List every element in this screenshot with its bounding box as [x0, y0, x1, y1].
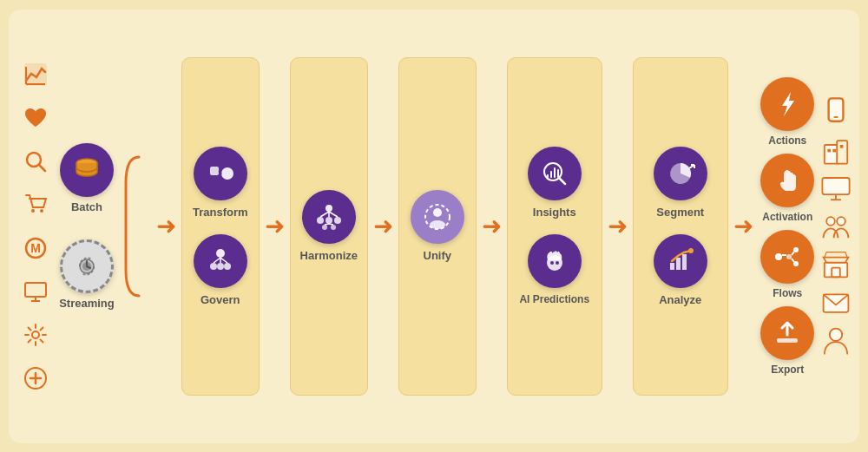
svg-line-4 — [39, 165, 45, 171]
svg-rect-59 — [670, 263, 674, 270]
insights-label: Insights — [533, 206, 576, 219]
svg-rect-70 — [777, 338, 798, 343]
svg-point-6 — [40, 209, 43, 213]
segment-label: Segment — [656, 206, 704, 219]
activation-icon — [760, 154, 814, 207]
svg-line-32 — [220, 258, 227, 263]
transform-govern-col: Transform Govern — [181, 57, 260, 396]
brace-connector — [122, 140, 148, 313]
svg-rect-74 — [838, 141, 848, 163]
svg-point-66 — [786, 254, 792, 259]
segment-node: Segment — [654, 147, 707, 219]
flows-item: Flows — [760, 230, 814, 299]
streaming-label: Streaming — [59, 297, 115, 310]
svg-point-29 — [224, 263, 231, 270]
svg-text:M: M — [30, 241, 41, 255]
svg-rect-22 — [210, 167, 219, 175]
svg-rect-78 — [823, 178, 850, 194]
svg-line-48 — [559, 178, 565, 184]
segment-analyze-col: Segment Analyze — [633, 57, 728, 396]
actions-icon — [760, 77, 814, 131]
unify-label: Unify — [424, 249, 452, 262]
svg-line-25 — [219, 174, 221, 176]
arrow-6: ➜ — [733, 212, 753, 240]
svg-point-12 — [32, 331, 39, 338]
unify-node: Unify — [411, 190, 464, 262]
svg-rect-77 — [840, 145, 844, 148]
arrow-1: ➜ — [156, 212, 176, 240]
svg-point-34 — [317, 217, 324, 224]
svg-line-42 — [325, 224, 329, 225]
analyze-node: Analyze — [654, 234, 707, 306]
svg-line-43 — [329, 224, 333, 225]
svg-rect-83 — [825, 262, 847, 277]
svg-point-86 — [830, 328, 842, 340]
segment-icon — [654, 147, 707, 200]
svg-point-81 — [827, 217, 836, 226]
svg-point-23 — [221, 167, 233, 180]
person-right-icon — [820, 325, 852, 357]
batch-icon — [60, 143, 114, 197]
svg-point-54 — [550, 261, 554, 265]
flows-label: Flows — [773, 287, 802, 299]
svg-point-27 — [210, 263, 217, 270]
transform-label: Transform — [193, 206, 248, 219]
cart-icon[interactable] — [19, 188, 52, 221]
add-icon[interactable] — [19, 362, 52, 395]
svg-line-69 — [792, 259, 794, 262]
svg-rect-76 — [833, 148, 837, 152]
harmonize-icon — [302, 190, 356, 244]
store-right-icon — [820, 249, 852, 280]
export-item: Export — [760, 306, 814, 376]
actions-item: Actions — [760, 77, 814, 147]
svg-point-44 — [433, 208, 442, 217]
svg-line-39 — [320, 212, 329, 217]
unify-icon — [411, 190, 464, 244]
streaming-source: Streaming — [59, 239, 115, 310]
svg-point-55 — [556, 261, 559, 265]
harmonize-label: Harmonize — [300, 249, 358, 262]
svg-point-36 — [334, 217, 341, 224]
arrow-2: ➜ — [265, 212, 285, 240]
govern-node: Govern — [194, 234, 247, 306]
ai-predictions-label: AI Predictions — [519, 293, 589, 305]
chart-icon[interactable] — [19, 58, 52, 91]
batch-label: Batch — [71, 200, 102, 213]
actions-label: Actions — [768, 134, 806, 147]
search-icon[interactable] — [19, 145, 52, 178]
heart-icon[interactable] — [19, 102, 52, 134]
govern-icon — [194, 234, 247, 288]
buildings-right-icon — [820, 134, 852, 166]
svg-rect-9 — [25, 283, 46, 297]
transform-node: Transform — [193, 147, 248, 219]
ai-predictions-node: AI Predictions — [519, 234, 589, 305]
svg-point-33 — [326, 205, 332, 212]
svg-point-35 — [326, 217, 332, 224]
svg-point-37 — [322, 225, 327, 230]
svg-point-63 — [775, 253, 782, 260]
unify-col: Unify — [398, 57, 477, 396]
batch-source: Batch — [60, 143, 114, 213]
svg-point-28 — [217, 263, 224, 270]
analyze-label: Analyze — [659, 293, 701, 306]
svg-rect-61 — [682, 254, 687, 270]
main-container: M — [9, 10, 859, 443]
svg-point-62 — [688, 248, 694, 253]
svg-rect-75 — [828, 148, 832, 152]
left-sidebar: M — [16, 55, 56, 398]
sources-group: Batch Streaming — [59, 143, 115, 310]
monitor-icon[interactable] — [19, 275, 52, 308]
svg-rect-60 — [676, 258, 681, 270]
svg-rect-0 — [24, 63, 47, 86]
svg-point-26 — [216, 249, 225, 258]
email-right-icon — [820, 287, 852, 318]
arrow-3: ➜ — [373, 212, 393, 240]
settings-icon[interactable] — [19, 318, 52, 351]
insights-ai-col: Insights AI Predictions — [507, 57, 602, 396]
people-right-icon — [820, 211, 852, 242]
screen-right-icon — [820, 173, 852, 204]
medal-icon[interactable]: M — [19, 232, 52, 265]
mobile-right-icon — [820, 96, 852, 128]
svg-line-68 — [792, 252, 794, 255]
svg-line-41 — [329, 212, 338, 217]
